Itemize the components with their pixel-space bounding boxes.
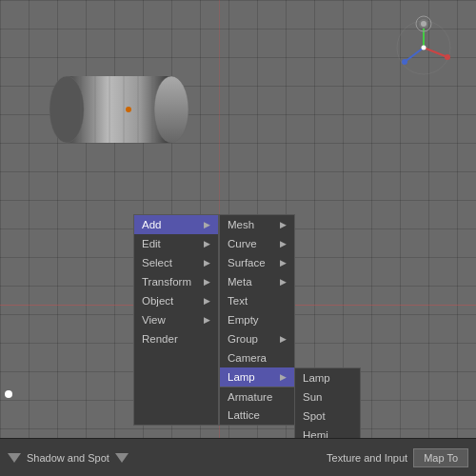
submenu-arrow: ▶ — [280, 334, 287, 344]
submenu-arrow: ▶ — [204, 220, 210, 229]
context-submenu-add[interactable]: Mesh ▶ Curve ▶ Surface ▶ Meta ▶ Text Emp… — [219, 214, 295, 426]
submenu-arrow: ▶ — [280, 372, 287, 382]
menu-item-render[interactable]: Render — [134, 329, 218, 348]
menu-item-object[interactable]: Object ▶ — [134, 291, 218, 310]
submenu-item-lattice[interactable]: Lattice — [220, 406, 294, 425]
svg-point-16 — [402, 59, 407, 65]
svg-point-9 — [126, 107, 131, 112]
statusbar-triangle-left[interactable] — [8, 453, 21, 463]
submenu-arrow: ▶ — [204, 239, 210, 248]
statusbar-shadow-label: Shadow and Spot — [27, 452, 109, 464]
submenu-item-meta[interactable]: Meta ▶ — [220, 272, 294, 291]
submenu-item-surface[interactable]: Surface ▶ — [220, 253, 294, 272]
submenu-arrow: ▶ — [280, 258, 287, 268]
lamp-sub-spot[interactable]: Spot — [295, 407, 360, 426]
submenu-arrow: ▶ — [204, 258, 210, 268]
submenu-item-curve[interactable]: Curve ▶ — [220, 234, 294, 253]
menu-item-view[interactable]: View ▶ — [134, 310, 218, 329]
svg-point-1 — [154, 76, 188, 143]
submenu-arrow: ▶ — [280, 277, 287, 287]
menu-item-edit[interactable]: Edit ▶ — [134, 234, 218, 253]
submenu-arrow: ▶ — [280, 220, 287, 229]
svg-point-14 — [445, 54, 450, 60]
submenu-item-group[interactable]: Group ▶ — [220, 329, 294, 348]
viewport-gizmo — [390, 14, 457, 81]
submenu-arrow: ▶ — [204, 277, 210, 287]
menu-item-select[interactable]: Select ▶ — [134, 253, 218, 272]
submenu-arrow: ▶ — [204, 315, 210, 325]
lamp-submenu[interactable]: Lamp Sun Spot Hemi Area — [294, 367, 361, 438]
menu-item-add[interactable]: Add ▶ — [134, 215, 218, 234]
menu-item-transform[interactable]: Transform ▶ — [134, 272, 218, 291]
viewport-cursor — [5, 390, 12, 398]
svg-line-13 — [424, 48, 447, 57]
3d-object — [48, 57, 200, 162]
submenu-item-lamp[interactable]: Lamp ▶ Lamp Sun Spot Hemi — [220, 367, 294, 387]
statusbar: Shadow and Spot Texture and Input Map To — [0, 438, 476, 476]
submenu-item-text[interactable]: Text — [220, 291, 294, 310]
lamp-sub-lamp[interactable]: Lamp — [295, 368, 360, 387]
statusbar-triangle-right[interactable] — [115, 453, 129, 463]
svg-point-20 — [421, 21, 426, 27]
submenu-arrow: ▶ — [280, 239, 287, 248]
statusbar-right[interactable]: Texture and Input Map To — [327, 448, 476, 467]
svg-point-2 — [50, 76, 84, 143]
submenu-arrow: ▶ — [204, 296, 210, 306]
statusbar-mapto-button[interactable]: Map To — [413, 448, 468, 467]
lamp-sub-sun[interactable]: Sun — [295, 387, 360, 407]
context-menu-main[interactable]: Add ▶ Edit ▶ Select ▶ Transform ▶ Object… — [133, 214, 219, 426]
3d-viewport[interactable]: Add ▶ Edit ▶ Select ▶ Transform ▶ Object… — [0, 0, 476, 438]
svg-line-15 — [405, 48, 424, 62]
submenu-item-empty[interactable]: Empty — [220, 310, 294, 329]
svg-point-17 — [422, 46, 426, 50]
statusbar-left[interactable]: Shadow and Spot — [0, 452, 327, 464]
submenu-item-mesh[interactable]: Mesh ▶ — [220, 215, 294, 234]
statusbar-texture-label: Texture and Input — [327, 452, 407, 464]
context-menu[interactable]: Add ▶ Edit ▶ Select ▶ Transform ▶ Object… — [133, 214, 295, 426]
submenu-item-armature[interactable]: Armature — [220, 387, 294, 406]
lamp-sub-hemi[interactable]: Hemi — [295, 426, 360, 438]
submenu-item-camera[interactable]: Camera — [220, 348, 294, 367]
